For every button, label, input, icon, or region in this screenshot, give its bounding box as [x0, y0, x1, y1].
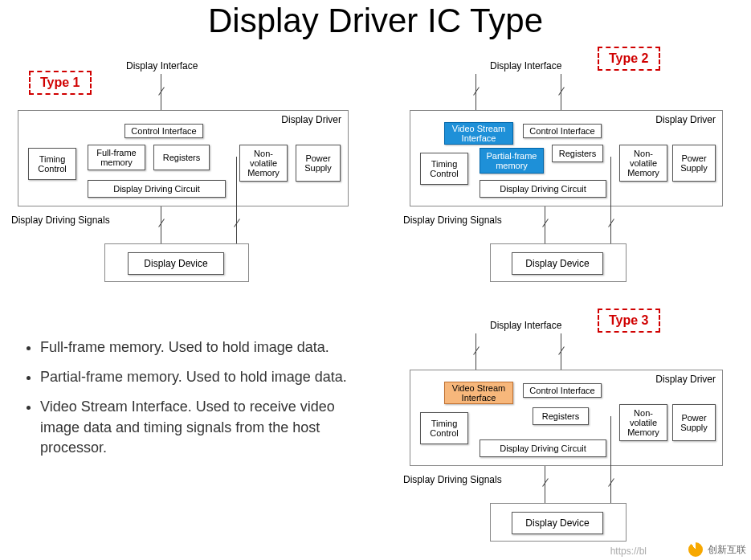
ddc-block: Display Driving Circuit — [88, 180, 226, 198]
registers-block: Registers — [153, 145, 210, 170]
display-driver-label-3: Display Driver — [655, 374, 716, 385]
timing-control-block-2: Timing Control — [420, 153, 468, 185]
registers-block-2: Registers — [552, 145, 603, 162]
vsi-block-3: Video Stream Interface — [444, 382, 513, 404]
control-interface-block-3: Control Interface — [523, 383, 602, 398]
display-device-box-3: Display Device — [490, 503, 627, 542]
nvm-block: Non-volatile Memory — [239, 145, 288, 182]
ddc-block-3: Display Driving Circuit — [480, 439, 606, 457]
display-device-box-2: Display Device — [490, 243, 627, 282]
power-supply-block-3: Power Supply — [672, 404, 716, 441]
dds-label-2: Display Driving Signals — [403, 215, 502, 226]
watermark-text: 创新互联 — [708, 543, 746, 557]
full-frame-memory-block: Full-frame memory — [88, 145, 145, 170]
nvm-block-3: Non-volatile Memory — [619, 404, 667, 441]
display-device-inner: Display Device — [128, 252, 224, 275]
timing-control-block: Timing Control — [28, 148, 76, 180]
display-interface-label-3: Display Interface — [490, 320, 561, 331]
footer-url: https://bl — [610, 546, 647, 557]
diagram-type-3: Display Interface Display Driver Video S… — [410, 320, 743, 416]
dds-label: Display Driving Signals — [11, 215, 110, 226]
bullet-item: Partial-frame memory. Used to hold image… — [40, 367, 378, 387]
control-interface-block: Control Interface — [124, 124, 203, 138]
display-driver-box: Display Driver Control Interface Timing … — [18, 110, 349, 206]
pfm-block: Partial-frame memory — [480, 148, 544, 174]
power-supply-block-2: Power Supply — [672, 145, 716, 182]
display-driver-label-2: Display Driver — [655, 114, 716, 125]
display-interface-label-2: Display Interface — [490, 60, 561, 72]
timing-control-block-3: Timing Control — [420, 412, 468, 444]
power-supply-block: Power Supply — [296, 145, 341, 182]
bullet-list: Full-frame memory. Used to hold image da… — [16, 337, 378, 468]
display-driver-box-3: Display Driver Video Stream Interface Co… — [410, 370, 723, 466]
watermark: 创新互联 — [688, 542, 746, 557]
diagram-type-1: Display Interface Display Driver Control… — [18, 60, 351, 157]
display-device-box: Display Device — [104, 243, 249, 282]
display-driver-label: Display Driver — [281, 114, 341, 125]
dds-label-3: Display Driving Signals — [403, 474, 502, 485]
bullet-item: Video Stream Interface. Used to receive … — [40, 397, 378, 458]
page-title: Display Driver IC Type — [0, 0, 751, 40]
nvm-block-2: Non-volatile Memory — [619, 145, 667, 182]
bullet-item: Full-frame memory. Used to hold image da… — [40, 337, 378, 358]
display-interface-label: Display Interface — [126, 60, 198, 72]
display-driver-box-2: Display Driver Video Stream Interface Co… — [410, 110, 723, 206]
ddc-block-2: Display Driving Circuit — [480, 180, 606, 198]
diagram-type-2: Display Interface Display Driver Video S… — [410, 60, 743, 157]
registers-block-3: Registers — [533, 407, 589, 425]
display-device-inner-2: Display Device — [512, 252, 603, 275]
display-device-inner-3: Display Device — [512, 512, 603, 534]
vsi-block: Video Stream Interface — [444, 122, 513, 145]
control-interface-block-2: Control Interface — [523, 124, 602, 138]
watermark-logo-icon — [688, 542, 703, 557]
